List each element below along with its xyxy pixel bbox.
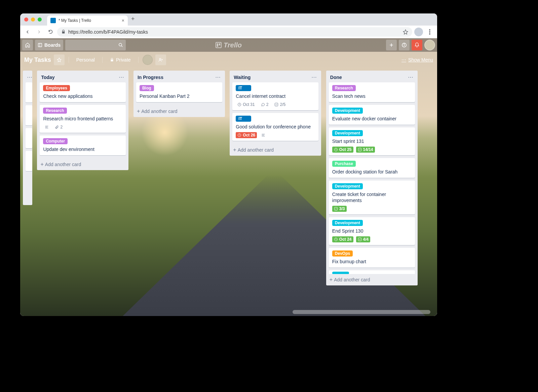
list-menu-icon[interactable]: ⋯ <box>311 74 317 80</box>
search-icon <box>118 43 123 47</box>
list-header[interactable]: In Progress ⋯ <box>133 71 225 82</box>
card[interactable]: Research Research micro frontend pattern… <box>40 105 126 133</box>
lock-icon <box>110 58 114 62</box>
app-header: Boards Trello <box>20 38 437 52</box>
card[interactable]: Purchase Order docking station for Sarah <box>329 158 415 178</box>
trello-logo[interactable]: Trello <box>216 41 242 49</box>
card-title: Check new applications <box>43 93 122 100</box>
card-title: End Sprint 130 <box>332 228 412 234</box>
label-development: Development <box>332 183 363 189</box>
add-card-button[interactable]: +Add another card <box>326 274 418 285</box>
team-name[interactable]: Personal <box>73 54 98 65</box>
list-header[interactable]: Waiting ⋯ <box>230 71 321 82</box>
list-done: Done ⋯ Research Scan tech news Developme… <box>326 71 418 285</box>
card[interactable]: Development End Sprint 130 Oct 24 4/4 <box>329 217 415 245</box>
info-button[interactable] <box>399 40 410 50</box>
card[interactable] <box>26 128 32 148</box>
svg-rect-23 <box>358 148 361 151</box>
label-it: IT <box>236 116 251 122</box>
card[interactable]: Development Evaluate new docker containe… <box>329 105 415 125</box>
label-purchase: Purchase <box>332 161 356 167</box>
card[interactable]: Research Scan tech news <box>329 82 415 102</box>
close-window[interactable] <box>24 17 28 22</box>
list-menu-icon[interactable]: ⋯ <box>215 74 221 80</box>
svg-line-6 <box>121 46 123 47</box>
card-title: Scan tech news <box>332 93 412 100</box>
ellipsis-icon: ⋯ <box>401 57 406 63</box>
card[interactable]: DevOps Fix burnup chart <box>329 248 415 268</box>
show-menu-button[interactable]: ⋯ Show Menu <box>401 57 433 63</box>
card-title: Cancel internet contract <box>236 93 315 100</box>
chrome-profile-avatar[interactable] <box>414 28 423 36</box>
list-today: Today ⋯ Employees Check new applications… <box>37 71 128 170</box>
label-computer: Computer <box>43 138 68 144</box>
card-title: Create ticket for container improvements <box>332 191 412 204</box>
card-partial[interactable] <box>329 270 415 274</box>
label-development: Development <box>332 130 363 136</box>
card[interactable] <box>26 82 32 103</box>
chrome-menu-button[interactable] <box>425 27 434 37</box>
board-title[interactable]: My Tasks <box>24 56 51 64</box>
logo-text: Trello <box>224 41 242 49</box>
card[interactable] <box>26 105 32 125</box>
comments-badge: 2 <box>259 102 270 108</box>
svg-point-11 <box>404 44 404 44</box>
add-card-button[interactable]: +Add another card <box>133 106 225 117</box>
list-menu-icon[interactable]: ⋯ <box>119 74 124 80</box>
visibility-button[interactable]: Private <box>107 54 134 65</box>
card[interactable]: Development Create ticket for container … <box>329 181 415 215</box>
user-avatar[interactable] <box>424 40 435 50</box>
address-bar[interactable]: https://trello.com/b/F4PAGild/my-tasks <box>57 27 412 37</box>
create-button[interactable] <box>386 40 397 50</box>
add-card-button[interactable]: +Add another card <box>230 144 321 156</box>
description-icon <box>43 124 50 130</box>
card[interactable]: Employees Check new applications <box>40 82 126 102</box>
label-employees: Employees <box>43 85 70 91</box>
card-title: Personal Kanban Part 2 <box>140 93 219 100</box>
list-title: Waiting <box>234 75 251 80</box>
card[interactable]: IT Cancel internet contract Oct 31 2 <box>232 82 318 110</box>
due-badge: Oct 31 <box>236 102 256 108</box>
card[interactable]: Blog Personal Kanban Part 2 <box>136 82 222 102</box>
forward-button[interactable] <box>34 27 44 37</box>
list-header[interactable]: Done ⋯ <box>326 71 418 82</box>
boards-button[interactable]: Boards <box>35 40 63 50</box>
member-avatar[interactable] <box>143 55 153 65</box>
label-development: Development <box>332 220 363 226</box>
card[interactable]: IT Good solution for conference phone Oc… <box>232 113 318 141</box>
reload-button[interactable] <box>46 27 55 37</box>
card-title: Order docking station for Sarah <box>332 169 412 175</box>
new-tab-button[interactable]: + <box>131 15 135 24</box>
notifications-button[interactable] <box>412 40 422 50</box>
close-tab-icon[interactable]: × <box>122 18 124 23</box>
tab-title: * My Tasks | Trello <box>59 18 91 23</box>
minimize-window[interactable] <box>31 17 35 22</box>
list-menu-icon[interactable]: ⋯ <box>408 74 414 80</box>
label-development: Development <box>332 108 363 114</box>
maximize-window[interactable] <box>38 17 42 22</box>
browser-tab[interactable]: * My Tasks | Trello × <box>47 15 128 26</box>
board-header: My Tasks Personal Private ⋯ Show Menu <box>20 52 437 68</box>
board-canvas[interactable]: ⋯ Today ⋯ <box>20 68 437 316</box>
app-shell: Boards Trello <box>20 38 437 316</box>
horizontal-scrollbar[interactable] <box>293 310 430 314</box>
card[interactable]: Computer Update dev environment <box>40 135 126 155</box>
label-it: IT <box>236 85 251 91</box>
attachment-badge: 2 <box>53 124 64 130</box>
search-input[interactable] <box>65 40 126 50</box>
home-button[interactable] <box>22 40 33 50</box>
star-board-button[interactable] <box>54 54 65 65</box>
add-card-button[interactable]: +Add another card <box>37 159 128 170</box>
favicon-icon <box>50 18 56 23</box>
back-button[interactable] <box>23 27 32 37</box>
label-blog: Blog <box>140 85 154 91</box>
star-icon[interactable] <box>403 29 408 35</box>
invite-button[interactable] <box>155 54 166 65</box>
card[interactable]: Development Start sprint 131 Oct 25 14/1… <box>329 127 415 155</box>
card[interactable] <box>26 151 32 171</box>
checklist-badge-complete: 3/3 <box>332 206 347 212</box>
svg-rect-24 <box>334 207 337 210</box>
url-text: https://trello.com/b/F4PAGild/my-tasks <box>68 29 148 35</box>
list-waiting: Waiting ⋯ IT Cancel internet contract Oc… <box>230 71 321 156</box>
list-header[interactable]: Today ⋯ <box>37 71 128 82</box>
